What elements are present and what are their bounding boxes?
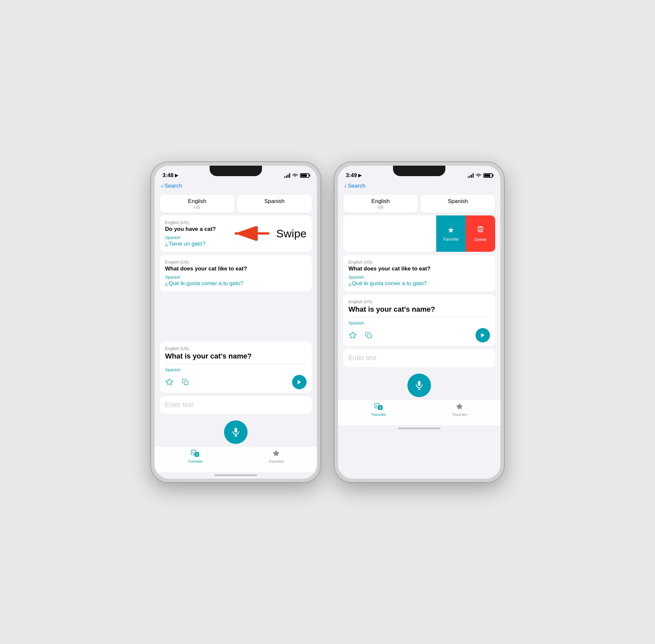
current-source-lang-1: English (US)	[165, 346, 307, 351]
tab-translate-1[interactable]: A 文 Translate	[155, 449, 236, 463]
notch-2	[393, 166, 445, 176]
translation-card-2[interactable]: English (US) What does your cat like to …	[160, 255, 312, 291]
swipe-actions-container: ★ Favorite Delete	[436, 215, 495, 252]
enter-text-placeholder-2[interactable]: Enter text	[348, 354, 377, 362]
delete-trash-icon	[476, 225, 484, 235]
current-source-lang-2: English (US)	[348, 299, 490, 304]
play-button-2[interactable]	[476, 328, 490, 342]
play-button-1[interactable]	[292, 375, 307, 389]
language-selector-1: English US Spanish	[155, 192, 317, 215]
card-1-source-lang: English (US)	[165, 220, 307, 225]
swiped-card-container: English (US) Do you have a cat? Spanish …	[343, 215, 495, 252]
swiped-card-source-text: Do you have a cat?	[343, 226, 431, 232]
star-icon-2[interactable]	[348, 331, 358, 340]
lang-name-english-2: English	[346, 198, 415, 205]
action-row-1	[165, 375, 307, 389]
svg-rect-2	[184, 381, 188, 385]
translation-card-1[interactable]: English (US) Do you have a cat? Spanish …	[160, 215, 312, 252]
mic-area-2	[338, 370, 500, 399]
svg-marker-3	[298, 380, 301, 384]
swiped-card-target-text: ¿Tiene un gato?	[343, 240, 431, 247]
card-2b-source-lang: English (US)	[348, 260, 490, 264]
swipe-arrow-svg	[231, 226, 271, 240]
star-icon-1[interactable]	[165, 377, 174, 387]
translate-tab-icon-1: A 文	[190, 449, 200, 458]
card-2-source-lang: English (US)	[165, 260, 307, 264]
svg-rect-11	[367, 334, 371, 338]
enter-text-placeholder-1[interactable]: Enter text	[165, 401, 193, 408]
notch	[210, 166, 262, 176]
lang-btn-english-1[interactable]: English US	[160, 195, 234, 213]
current-source-text-2: What is your cat's name?	[348, 305, 490, 314]
back-button-1[interactable]: ‹ Search	[161, 183, 311, 189]
svg-text:文: 文	[196, 453, 198, 456]
card-2b-target-text: ¿Qué le gusta comer a tu gato?	[348, 280, 490, 287]
copy-icon-2[interactable]	[364, 331, 374, 340]
delete-action-label: Delete	[474, 237, 487, 242]
time-display-1: 3:48 ▶	[162, 172, 178, 179]
location-icon-2: ▶	[358, 173, 362, 178]
tab-favorites-1[interactable]: Favorites	[236, 449, 317, 463]
mic-area-1	[155, 417, 317, 446]
back-label-1: Search	[164, 183, 182, 189]
translate-tab-icon-2: A 文	[374, 402, 383, 411]
copy-icon-1[interactable]	[181, 377, 190, 387]
lang-btn-english-2[interactable]: English US	[343, 195, 418, 213]
favorite-action-btn[interactable]: ★ Favorite	[436, 215, 466, 252]
battery-icon-2	[483, 173, 493, 178]
signal-bars-1	[284, 173, 290, 178]
divider-2	[348, 317, 490, 317]
card-1-target-text: ¿Tiene un gato?	[165, 240, 307, 247]
tab-translate-label-1: Translate	[188, 459, 202, 463]
mic-button-2[interactable]	[407, 373, 431, 397]
lang-sub-english-1: US	[162, 205, 232, 210]
tab-favorites-2[interactable]: Favorites	[419, 402, 500, 416]
mic-button-1[interactable]	[224, 420, 248, 444]
nav-bar-2: ‹ Search	[338, 181, 500, 192]
svg-text:A: A	[376, 404, 378, 407]
current-translation-1: English (US) What is your cat's name? Sp…	[160, 342, 312, 393]
card-2b-target-lang: Spanish	[348, 275, 490, 280]
swiped-card-source-lang: English (US)	[343, 220, 431, 225]
back-chevron-1: ‹	[161, 183, 163, 189]
phone-1: 3:48 ▶	[151, 162, 321, 483]
back-button-2[interactable]: ‹ Search	[344, 183, 494, 189]
action-icons-left-2	[348, 331, 374, 340]
nav-bar-1: ‹ Search	[155, 181, 317, 192]
tab-bar-2: A 文 Translate Favorites	[338, 399, 500, 425]
action-row-2	[348, 328, 490, 342]
card-2-target-text: ¿Qué le gusta comer a tu gato?	[165, 280, 307, 287]
svg-marker-12	[481, 333, 485, 338]
swipe-annotation: Swipe	[231, 226, 307, 240]
language-selector-2: English US Spanish	[338, 192, 500, 215]
lang-btn-spanish-2[interactable]: Spanish	[421, 195, 495, 213]
location-icon-1: ▶	[175, 173, 178, 178]
wifi-icon-1	[292, 172, 298, 178]
back-label-2: Search	[348, 183, 365, 189]
tab-bar-1: A 文 Translate Favorites	[155, 446, 317, 472]
favorite-star-icon: ★	[447, 226, 455, 235]
current-source-text-1: What is your cat's name?	[165, 352, 307, 361]
svg-rect-13	[418, 381, 421, 386]
translations-area-2: English (US) What does your cat like to …	[338, 255, 500, 295]
favorites-tab-icon-2	[455, 402, 465, 411]
current-target-lang-2: Spanish	[348, 321, 490, 325]
delete-action-btn[interactable]: Delete	[466, 215, 495, 252]
lang-sub-english-2: US	[346, 205, 415, 210]
favorites-tab-icon-1	[272, 449, 281, 458]
text-input-area-2[interactable]: Enter text	[343, 349, 495, 367]
card-2-source-text: What does your cat like to eat?	[165, 266, 307, 272]
tab-translate-label-2: Translate	[371, 413, 386, 416]
lang-btn-spanish-1[interactable]: Spanish	[237, 195, 312, 213]
svg-rect-4	[234, 428, 237, 433]
home-indicator-2	[338, 425, 500, 432]
battery-icon-1	[300, 173, 309, 178]
home-indicator-1	[155, 472, 317, 479]
translation-card-2b[interactable]: English (US) What does your cat like to …	[343, 255, 495, 291]
svg-text:文: 文	[379, 406, 382, 409]
tab-translate-2[interactable]: A 文 Translate	[338, 402, 419, 416]
status-icons-2	[468, 172, 493, 178]
lang-name-english-1: English	[162, 198, 232, 205]
phone-2: 3:49 ▶	[334, 162, 504, 483]
text-input-area-1[interactable]: Enter text	[160, 396, 312, 414]
